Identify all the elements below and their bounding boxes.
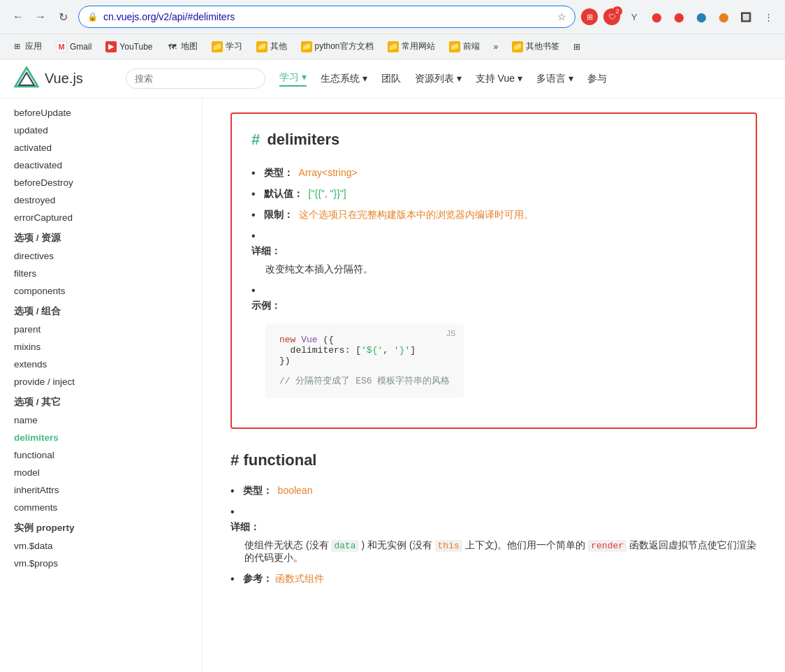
code-block: JS new Vue ({ delimiters: ['${', '}'] }) <box>265 323 464 398</box>
extension-icon6[interactable]: ⬤ <box>715 8 732 25</box>
sidebar-item-destroyed[interactable]: destroyed <box>0 191 202 209</box>
sidebar-section-resources: 选项 / 资源 <box>0 226 202 247</box>
study-icon: 📁 <box>212 41 223 52</box>
sidebar-item-activated[interactable]: activated <box>0 139 202 156</box>
delim-val1: '${' <box>361 345 383 356</box>
sidebar-item-extends[interactable]: extends <box>0 356 202 373</box>
nav-ecosystem[interactable]: 生态系统 ▾ <box>321 73 367 85</box>
nav-learn[interactable]: 学习 ▾ <box>279 71 307 87</box>
other-books-icon: 📁 <box>512 41 523 52</box>
menu-button[interactable]: ⋮ <box>760 8 777 25</box>
sidebar-item-name[interactable]: name <box>0 411 202 429</box>
sidebar-item-functional[interactable]: functional <box>0 446 202 464</box>
functional-detail: 详细： 使组件无状态 (没有 data ) 和无实例 (没有 this 上下文)… <box>230 502 757 569</box>
site-logo-text: Vue.js <box>45 71 83 87</box>
sidebar-section-composition: 选项 / 组合 <box>0 300 202 321</box>
functional-title: # functional <box>230 451 757 469</box>
apps-icon: ⊞ <box>11 41 22 52</box>
common-icon: 📁 <box>388 41 399 52</box>
site-header: Vue.js 学习 ▾ 生态系统 ▾ 团队 资源列表 ▾ 支持 Vue ▾ 多语… <box>0 59 785 98</box>
bookmark-python[interactable]: 📁 python官方文档 <box>298 39 376 54</box>
delimiters-section: # delimiters 类型： Array<string> 默认值： ["{{… <box>230 112 757 429</box>
bookmark-grid[interactable]: ⊞ <box>571 41 583 53</box>
search-input[interactable] <box>126 68 265 89</box>
default-value: ["{{", "}}"] <box>309 188 346 199</box>
browser-chrome: ← → ↻ 🔒 cn.vuejs.org/v2/api/#delimiters … <box>0 0 785 59</box>
type-label: 类型： <box>264 167 293 180</box>
bookmark-other-books[interactable]: 📁 其他书签 <box>509 39 562 54</box>
functional-type: 类型： boolean <box>230 481 757 502</box>
bookmark-apps[interactable]: ⊞ 应用 <box>8 39 45 54</box>
extension-icon3[interactable]: ⬤ <box>648 8 665 25</box>
sidebar-item-errorcaptured[interactable]: errorCaptured <box>0 209 202 226</box>
data-code: data <box>331 540 358 552</box>
forward-button[interactable]: → <box>31 7 50 27</box>
sidebar: beforeUpdate updated activated deactivat… <box>0 98 203 672</box>
bookmark-common[interactable]: 📁 常用网站 <box>385 39 438 54</box>
sidebar-item-directives[interactable]: directives <box>0 247 202 265</box>
bookmark-study[interactable]: 📁 学习 <box>209 39 245 54</box>
star-icon[interactable]: ☆ <box>557 11 566 22</box>
sidebar-item-parent[interactable]: parent <box>0 321 202 338</box>
delimiters-default: 默认值： ["{{", "}}"] <box>251 184 736 205</box>
sidebar-item-mixins[interactable]: mixins <box>0 338 202 356</box>
example-label: 示例： <box>251 300 281 312</box>
sidebar-item-vmdata[interactable]: vm.$data <box>0 537 202 555</box>
grid-icon[interactable]: ⊞ <box>581 8 598 25</box>
sidebar-item-beforeupdate[interactable]: beforeUpdate <box>0 104 202 122</box>
reload-button[interactable]: ↻ <box>53 7 73 27</box>
functional-title-text: functional <box>243 451 316 469</box>
sidebar-item-beforedestroy[interactable]: beforeDestroy <box>0 174 202 191</box>
sidebar-item-model[interactable]: model <box>0 464 202 481</box>
extension-icon5[interactable]: ⬤ <box>693 8 710 25</box>
bookmark-gmail[interactable]: M Gmail <box>53 40 94 54</box>
vue-logo-icon <box>14 66 39 92</box>
extension-icon2[interactable]: Y <box>626 8 643 25</box>
nav-lang[interactable]: 多语言 ▾ <box>536 73 573 85</box>
bookmark-youtube[interactable]: ▶ YouTube <box>103 40 155 54</box>
sidebar-item-comments[interactable]: comments <box>0 499 202 516</box>
youtube-icon: ▶ <box>105 41 117 52</box>
extension-icon7[interactable]: 🔲 <box>738 8 754 25</box>
nav-resources[interactable]: 资源列表 ▾ <box>415 73 462 85</box>
nav-team[interactable]: 团队 <box>381 73 401 85</box>
functional-hash: # <box>230 451 239 469</box>
func-detail-label: 详细： <box>230 521 260 534</box>
bookmark-more[interactable]: » <box>491 41 501 53</box>
sidebar-item-deactivated[interactable]: deactivated <box>0 156 202 174</box>
functional-props: 类型： boolean 详细： 使组件无状态 (没有 data ) 和无实例 (… <box>230 481 757 590</box>
address-bar[interactable]: 🔒 cn.vuejs.org/v2/api/#delimiters ☆ <box>78 6 575 28</box>
functional-components-link[interactable]: 函数式组件 <box>275 573 324 585</box>
delim-val2: '}' <box>394 345 410 356</box>
sidebar-item-provide[interactable]: provide / inject <box>0 373 202 390</box>
ref-label: 参考： <box>243 573 272 585</box>
delimiters-example: 示例： JS new Vue ({ delimiters: ['${', '}'… <box>251 280 736 411</box>
detail-text: 改变纯文本插入分隔符。 <box>265 263 373 276</box>
other-icon: 📁 <box>256 41 267 52</box>
func-type-value: boolean <box>278 485 313 496</box>
back-button[interactable]: ← <box>8 7 28 27</box>
sidebar-item-filters[interactable]: filters <box>0 265 202 282</box>
sidebar-item-vmprops[interactable]: vm.$props <box>0 555 202 572</box>
sidebar-section-instance: 实例 property <box>0 516 202 537</box>
browser-top-bar: ← → ↻ 🔒 cn.vuejs.org/v2/api/#delimiters … <box>0 0 785 34</box>
sidebar-item-inheritattrs[interactable]: inheritAttrs <box>0 481 202 499</box>
extension-icon1[interactable]: 2 🛡 <box>603 8 620 25</box>
extension-icon4[interactable]: ⬤ <box>670 8 687 25</box>
sidebar-item-updated[interactable]: updated <box>0 122 202 139</box>
bookmark-other[interactable]: 📁 其他 <box>254 39 290 54</box>
nav-support[interactable]: 支持 Vue ▾ <box>476 73 522 85</box>
bookmark-python-label: python官方文档 <box>315 41 374 52</box>
vue-class: Vue <box>301 335 317 345</box>
bookmark-frontend[interactable]: 📁 前端 <box>446 39 483 54</box>
sidebar-item-components[interactable]: components <box>0 282 202 300</box>
sidebar-item-delimiters[interactable]: delimiters <box>0 429 202 446</box>
bookmark-maps[interactable]: 🗺 地图 <box>164 39 200 54</box>
nav-contribute[interactable]: 参与 <box>587 73 607 85</box>
code-comment-line: // 分隔符变成了 ES6 模板字符串的风格 <box>279 374 450 387</box>
more-label: » <box>494 42 499 52</box>
content-area: # delimiters 类型： Array<string> 默认值： ["{{… <box>203 98 785 672</box>
func-detail-text: 使组件无状态 (没有 data ) 和无实例 (没有 this 上下文)。他们用… <box>244 539 757 564</box>
gmail-icon: M <box>56 41 67 52</box>
functional-ref: 参考： 函数式组件 <box>230 569 757 590</box>
